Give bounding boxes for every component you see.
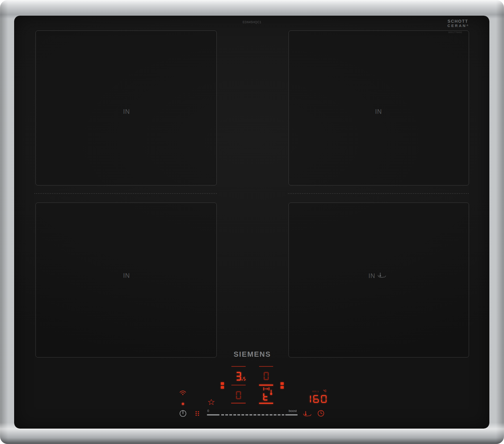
- fry-mode-indicator[interactable]: [263, 393, 268, 401]
- timer-unit-label: min:s: [310, 390, 321, 393]
- zone-select-bar-left-bottom[interactable]: [231, 403, 246, 404]
- registered-mark: ®: [466, 24, 468, 27]
- glass-serial-code: 9001778492: [448, 31, 462, 34]
- power-level-left-top[interactable]: [236, 372, 246, 381]
- slider-boost-key[interactable]: [285, 414, 298, 415]
- glass-brand-line2: CERAN®: [433, 23, 468, 28]
- power-slider-track[interactable]: [221, 414, 284, 415]
- model-number: ED645HQC1: [227, 20, 277, 24]
- zone-select-bar-left-top[interactable]: [231, 366, 246, 367]
- star-icon[interactable]: [208, 399, 215, 407]
- glass-brand-logo: SCHOTT CERAN®: [433, 19, 468, 28]
- power-level-right-top[interactable]: [264, 372, 269, 380]
- clock-icon[interactable]: [317, 410, 325, 418]
- zone-mark-top-left: IN: [116, 108, 137, 115]
- transfer-arrow-icon: [263, 387, 269, 392]
- bridge-indicator-left: [221, 382, 224, 389]
- brand-logo: SIEMENS: [221, 350, 284, 358]
- glass-brand-line1: SCHOTT: [433, 19, 468, 23]
- bridge-indicator-right: [280, 382, 284, 389]
- zone-select-bar-left-mid[interactable]: [231, 385, 246, 385]
- zone-mark-bottom-left: IN: [116, 272, 137, 279]
- fry-sensor-zone-icon: [377, 272, 386, 280]
- zone-select-bar-right-mid[interactable]: [259, 384, 273, 386]
- cooking-zone-bottom-left: [36, 203, 217, 357]
- zone-select-bar-right-bottom[interactable]: [259, 403, 273, 404]
- slider-min-key[interactable]: [207, 414, 219, 415]
- zone-mark-bottom-right-text: IN: [368, 272, 375, 279]
- celsius-label: °C: [321, 389, 329, 393]
- pause-icon[interactable]: [196, 411, 199, 416]
- power-icon[interactable]: [179, 409, 187, 418]
- zone-select-bar-right-top[interactable]: [259, 366, 273, 367]
- power-level-left-bottom[interactable]: [236, 391, 241, 399]
- thermometer-icon: [270, 390, 273, 396]
- wifi-icon: [179, 390, 186, 396]
- zone-mark-bottom-right: IN: [368, 272, 386, 280]
- induction-hob: IN IN IN IN ED645HQC1 SCHOTT CERAN® 9001…: [0, 0, 504, 444]
- bridge-separator-right: [288, 193, 469, 194]
- fry-sensor-icon[interactable]: [303, 410, 311, 418]
- zone-mark-top-right: IN: [368, 108, 389, 115]
- temperature-display: [305, 395, 327, 403]
- slider-min-label[interactable]: 0: [206, 409, 210, 413]
- bridge-separator-left: [35, 193, 217, 194]
- slider-boost-label[interactable]: boost: [286, 409, 300, 413]
- status-dot: [182, 403, 184, 405]
- cooking-zone-bottom-right: [289, 203, 469, 357]
